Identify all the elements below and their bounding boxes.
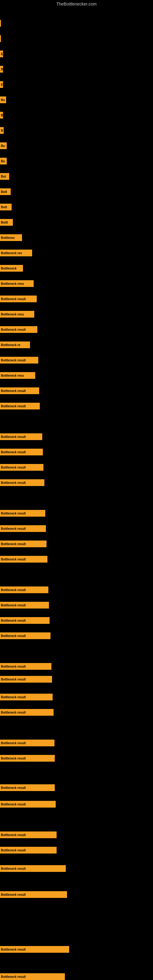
bar-row: B: [0, 127, 4, 134]
bar-row: Bottleneck result: [0, 464, 43, 471]
bar-label: Bottleneck: [0, 265, 23, 272]
bar-row: Bott: [0, 204, 12, 210]
bar-label: [0, 35, 1, 42]
bar-label: Bottleneck result: [0, 357, 38, 364]
bar-row: Bottleneck result: [0, 449, 43, 455]
bar-label: Bottleneck result: [0, 403, 40, 409]
bar-row: Bottleneck result: [0, 602, 49, 609]
bar-label: Bottleneck result: [0, 449, 43, 455]
bar-row: Bottleneck result: [0, 847, 57, 854]
bar-label: E: [0, 81, 3, 88]
bar-label: E: [0, 51, 3, 57]
bar-row: Bottleneck result: [0, 676, 52, 682]
bar-label: Bot: [0, 173, 9, 180]
bar-label: Bottleneck result: [0, 847, 57, 854]
bar-row: Bo: [0, 97, 6, 103]
bar-label: Bottleneck resu: [0, 311, 34, 318]
bar-label: Bottleneck result: [0, 973, 65, 980]
bar-label: Bottleneck result: [0, 663, 51, 670]
bar-row: Bot: [0, 173, 9, 180]
bar-label: Bottleneck res: [0, 250, 32, 256]
bar-label: Bottleneck result: [0, 694, 53, 700]
bar-label: Bottleneck result: [0, 632, 51, 639]
bar-row: Bottleneck result: [0, 296, 37, 302]
bar-row: Bottl: [0, 219, 13, 226]
bar-label: Bottleneck resu: [0, 280, 33, 287]
bar-row: Bo: [0, 158, 7, 164]
bar-row: Bottleneck result: [0, 973, 65, 980]
bar-row: Bottleneck res: [0, 250, 32, 256]
bar-label: B: [0, 112, 3, 119]
bar-label: B: [0, 66, 3, 73]
bar-row: Bottleneck result: [0, 891, 67, 898]
bar-row: Bottleneck resu: [0, 372, 35, 379]
bar-label: Bottleneck result: [0, 510, 45, 517]
bar-row: Bottleneck result: [0, 326, 37, 333]
bar-row: Bo: [0, 142, 7, 149]
bar-row: Bottlenec: [0, 234, 22, 241]
bar-label: Bottleneck result: [0, 541, 46, 547]
bar-label: Bottleneck result: [0, 676, 52, 682]
bar-row: B: [0, 112, 3, 119]
bar-row: Bottleneck result: [0, 541, 46, 547]
bar-label: [0, 20, 1, 27]
bar-row: Bottleneck result: [0, 740, 54, 746]
bar-row: [0, 35, 1, 42]
bar-row: Bottleneck result: [0, 663, 51, 670]
bar-label: Bottlenec: [0, 234, 22, 241]
bar-row: Bottleneck resu: [0, 311, 34, 318]
bar-row: Bottleneck result: [0, 832, 57, 838]
bar-row: Bottleneck result: [0, 632, 51, 639]
bar-label: Bottleneck result: [0, 865, 66, 872]
bar-row: Bottleneck: [0, 265, 23, 272]
bar-label: Bott: [0, 188, 11, 195]
bar-row: Bottleneck result: [0, 865, 66, 872]
bar-label: Bottleneck result: [0, 326, 37, 333]
bar-row: [0, 20, 1, 27]
bar-label: Bottleneck result: [0, 433, 42, 440]
bar-label: Bottleneck result: [0, 525, 46, 532]
bar-row: Bottleneck result: [0, 946, 69, 953]
bar-label: Bottleneck result: [0, 556, 48, 563]
bar-label: Bottleneck result: [0, 832, 57, 838]
bar-row: Bottleneck result: [0, 479, 45, 486]
bar-label: Bottleneck result: [0, 617, 49, 624]
bar-row: Bott: [0, 188, 11, 195]
bar-row: Bottleneck result: [0, 801, 56, 808]
bar-row: Bottleneck result: [0, 433, 42, 440]
bar-row: B: [0, 66, 3, 73]
bar-row: Bottleneck result: [0, 755, 55, 762]
bar-label: Bottleneck result: [0, 946, 69, 953]
bar-label: Bottleneck result: [0, 801, 56, 808]
site-title: TheBottlenecker.com: [56, 2, 97, 6]
bar-row: Bottleneck result: [0, 694, 53, 700]
bar-row: Bottleneck result: [0, 784, 55, 791]
bar-row: Bottleneck result: [0, 403, 40, 409]
bar-label: Bottleneck result: [0, 464, 43, 471]
bar-row: Bottleneck result: [0, 617, 49, 624]
bar-label: Bottl: [0, 219, 13, 226]
bar-label: Bottleneck result: [0, 602, 49, 609]
bar-row: E: [0, 81, 3, 88]
bar-row: E: [0, 51, 3, 57]
bar-label: Bottleneck result: [0, 387, 39, 394]
bar-label: Bo: [0, 158, 7, 164]
bar-label: Bottleneck resu: [0, 372, 35, 379]
bar-label: Bottleneck result: [0, 740, 54, 746]
bar-label: Bottleneck result: [0, 709, 54, 716]
bar-row: Bottleneck result: [0, 525, 46, 532]
bar-label: Bottleneck result: [0, 587, 48, 593]
bar-label: Bottleneck result: [0, 891, 67, 898]
bar-label: Bottleneck result: [0, 755, 55, 762]
bar-row: Bottleneck resu: [0, 280, 33, 287]
bar-label: Bottleneck result: [0, 296, 37, 302]
bar-label: Bottleneck re: [0, 342, 30, 348]
bar-label: Bottleneck result: [0, 479, 45, 486]
bar-label: Bottleneck result: [0, 784, 55, 791]
bar-row: Bottleneck result: [0, 556, 48, 563]
bar-label: Bo: [0, 97, 6, 103]
bar-row: Bottleneck re: [0, 342, 30, 348]
bar-row: Bottleneck result: [0, 587, 48, 593]
bar-row: Bottleneck result: [0, 387, 39, 394]
bar-row: Bottleneck result: [0, 357, 38, 364]
